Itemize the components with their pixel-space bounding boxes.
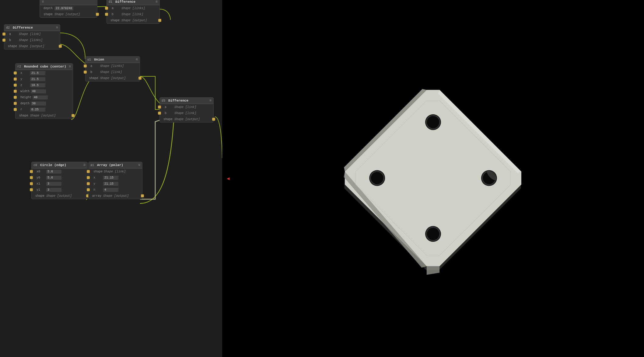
port-left-dot[interactable] <box>14 71 17 75</box>
row-value[interactable]: 21.15 <box>103 182 118 186</box>
port-right-dot[interactable] <box>96 13 99 16</box>
row-link: Shape [link] <box>174 106 196 109</box>
node-row: shape Shape [output] <box>16 113 73 119</box>
node-menu-icon[interactable]: ≡ <box>156 0 158 4</box>
node-row: shape Shape [output] <box>107 17 159 23</box>
a1-header: a1 Array (polar) ≡ <box>89 162 142 168</box>
port-right-dot[interactable] <box>72 114 75 117</box>
port-left-dot[interactable] <box>87 188 90 191</box>
row-value[interactable]: 21.15 <box>103 176 118 180</box>
port-right-dot[interactable] <box>212 118 215 121</box>
node-menu-icon[interactable]: ≡ <box>209 99 212 103</box>
port-left-dot[interactable] <box>14 102 17 105</box>
port-left-dot[interactable] <box>2 39 5 42</box>
port-left-dot[interactable] <box>158 106 161 109</box>
port-right-dot[interactable] <box>138 77 142 80</box>
row-label: height <box>17 96 31 99</box>
node-row: x1 3 <box>32 181 87 187</box>
row-value[interactable]: 30 <box>31 102 46 106</box>
row-label: x1 <box>33 182 45 185</box>
node-title: Difference <box>115 0 135 4</box>
viewport-arrow: ◀ <box>227 175 230 182</box>
row-value[interactable]: 21.5 <box>30 71 45 75</box>
d1-top-node-card: d1 Difference ≡ a Shape [links] b Shape … <box>107 0 160 24</box>
port-left-dot[interactable] <box>2 33 5 36</box>
port-right-dot[interactable] <box>141 194 144 197</box>
row-label: shape <box>90 170 103 173</box>
node-id: d1 <box>109 0 112 4</box>
node-menu-icon[interactable]: ≡ <box>69 64 71 69</box>
node-row: a Shape [links] <box>86 63 140 69</box>
node-editor: ≡ depth 22.979248 shape Shape [output] d… <box>0 0 222 357</box>
node-row: n 4 <box>89 187 142 193</box>
port-left-dot[interactable] <box>14 90 17 93</box>
node-row: shape Shape [output] <box>86 75 140 81</box>
node-menu-icon[interactable]: ≡ <box>56 26 58 30</box>
port-left-dot[interactable] <box>14 108 17 111</box>
row-link: Shape [output] <box>100 77 126 80</box>
row-value[interactable]: 5.6 <box>46 170 61 174</box>
row-label: y0 <box>33 176 45 179</box>
viewport: ◀ <box>222 0 644 357</box>
node-row: height 40 <box>16 94 73 100</box>
port-left-dot[interactable] <box>84 71 87 74</box>
u1-node-card: u1 Union ≡ a Shape [links] b Shape [link… <box>85 56 140 81</box>
node-row: r 0.25 <box>16 106 73 113</box>
row-value[interactable]: 40 <box>31 89 46 93</box>
port-left-dot[interactable] <box>84 64 87 68</box>
node-menu-icon[interactable]: ≡ <box>138 163 140 167</box>
row-value[interactable]: 3 <box>46 182 61 186</box>
row-value[interactable]: 4 <box>103 188 118 192</box>
port-left-dot[interactable] <box>14 78 17 81</box>
row-link: Shape [link] <box>174 112 196 115</box>
top-node-menu-icon[interactable]: ≡ <box>42 0 44 4</box>
row-link: Shape [links] <box>121 7 145 10</box>
port-left-dot[interactable] <box>14 84 17 87</box>
row-value[interactable]: 21.5 <box>30 77 45 81</box>
a1-node-card: a1 Array (polar) ≡ shape Shape [link] x … <box>88 162 142 199</box>
port-left-dot[interactable] <box>87 176 90 179</box>
port-right-dot[interactable] <box>59 45 62 48</box>
node-menu-icon[interactable]: ≡ <box>83 163 86 167</box>
row-label: array <box>90 194 102 198</box>
node-row: shape Shape [output] <box>4 43 60 49</box>
row-value[interactable]: 22.979248 <box>54 6 73 10</box>
row-link: Shape [link] <box>19 33 41 36</box>
row-label: x0 <box>33 170 45 173</box>
port-left-dot[interactable] <box>87 170 90 173</box>
node-id: r2 <box>17 65 21 68</box>
port-left-dot[interactable] <box>158 112 161 115</box>
node-row: x 21.5 <box>16 70 73 76</box>
d3-header: d3 Difference ≡ <box>160 98 213 104</box>
port-left-dot[interactable] <box>30 170 33 173</box>
node-row: a Shape [link] <box>4 31 60 37</box>
row-value[interactable]: 5.6 <box>46 176 61 180</box>
port-right-dot[interactable] <box>158 19 161 22</box>
row-label: shape <box>161 118 173 121</box>
node-row: shape Shape [output] <box>160 116 213 122</box>
r2-header: r2 Rounded cube (center) ≡ <box>16 64 73 70</box>
port-left-dot[interactable] <box>30 176 33 179</box>
row-value[interactable]: 0.25 <box>30 108 45 112</box>
port-left-dot[interactable] <box>105 7 108 10</box>
row-value[interactable]: 40 <box>33 95 48 99</box>
port-left-dot[interactable] <box>30 182 33 185</box>
row-link: Shape [output] <box>30 114 56 117</box>
c0-header: c0 Circle (edge) ≡ <box>32 162 87 168</box>
node-menu-icon[interactable]: ≡ <box>136 57 138 62</box>
row-label: b <box>161 112 173 115</box>
port-left-dot[interactable] <box>14 96 17 99</box>
row-label: depth <box>41 7 53 10</box>
port-left-dot[interactable] <box>30 188 33 191</box>
node-id: a1 <box>90 164 94 167</box>
node-row: x 21.15 <box>89 175 142 181</box>
port-left-dot[interactable] <box>87 182 90 185</box>
row-value[interactable]: 3 <box>46 188 61 192</box>
node-row: shape Shape [output] <box>40 11 97 17</box>
row-label: x <box>17 71 29 75</box>
port-left-dot[interactable] <box>105 13 108 16</box>
node-title: Difference <box>168 99 188 102</box>
row-label: b <box>108 13 120 16</box>
row-value[interactable]: 18.5 <box>30 83 45 87</box>
node-row: x0 5.6 <box>32 168 87 175</box>
